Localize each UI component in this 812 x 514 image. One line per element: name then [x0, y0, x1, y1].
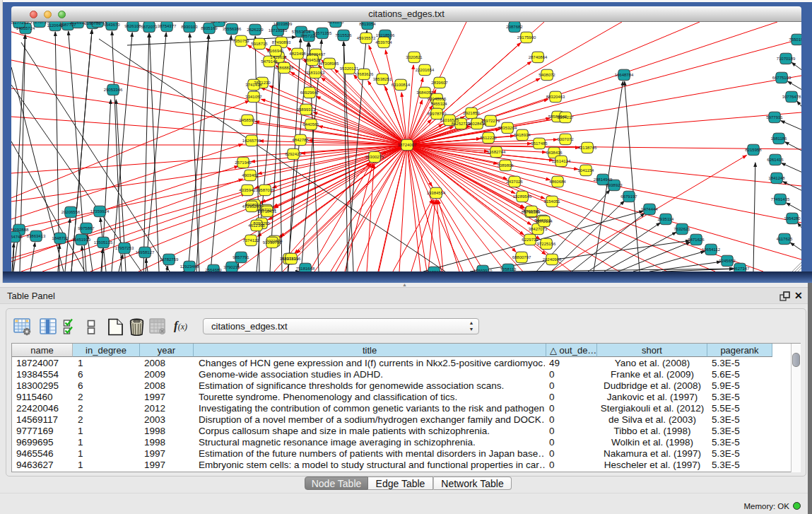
svg-text:16648784: 16648784: [615, 73, 634, 77]
svg-text:72092888: 72092888: [11, 228, 29, 232]
svg-text:38427073: 38427073: [529, 227, 548, 231]
svg-text:9245652: 9245652: [719, 259, 736, 263]
svg-text:77491435: 77491435: [771, 197, 790, 201]
svg-text:3790237: 3790237: [223, 265, 240, 269]
svg-text:16958127: 16958127: [136, 250, 155, 255]
svg-text:24972279: 24972279: [481, 119, 500, 123]
svg-text:4539704: 4539704: [375, 40, 392, 45]
svg-text:1954280: 1954280: [784, 216, 801, 221]
svg-text:14265799: 14265799: [242, 139, 261, 143]
svg-text:3684052: 3684052: [416, 90, 433, 95]
svg-text:19384554: 19384554: [427, 191, 446, 195]
svg-text:6672134: 6672134: [536, 219, 553, 223]
svg-text:4903402: 4903402: [242, 173, 259, 177]
svg-text:17270733: 17270733: [30, 22, 49, 24]
svg-text:8935169: 8935169: [201, 26, 218, 30]
svg-text:2921859: 2921859: [463, 111, 480, 115]
svg-text:45935572: 45935572: [357, 36, 376, 40]
svg-text:38538251: 38538251: [373, 77, 392, 81]
svg-text:8930103: 8930103: [181, 25, 198, 29]
svg-text:10719185: 10719185: [269, 28, 288, 33]
svg-text:5041154: 5041154: [578, 168, 595, 173]
svg-text:66775103: 66775103: [772, 76, 792, 80]
svg-text:28814949: 28814949: [594, 177, 613, 182]
svg-text:8813054: 8813054: [359, 22, 376, 26]
svg-text:6292423: 6292423: [285, 152, 302, 156]
svg-text:3320821: 3320821: [406, 55, 423, 59]
svg-text:25300273: 25300273: [365, 155, 384, 159]
svg-text:7350753: 7350753: [233, 39, 249, 43]
svg-text:2437026: 2437026: [506, 180, 523, 184]
svg-text:2087682: 2087682: [506, 25, 523, 29]
svg-text:1848731: 1848731: [52, 236, 69, 240]
svg-text:68800797: 68800797: [512, 255, 531, 259]
svg-text:9857791: 9857791: [233, 255, 249, 259]
svg-text:18724007: 18724007: [398, 143, 417, 147]
svg-text:35556386: 35556386: [223, 27, 242, 31]
svg-text:17869910: 17869910: [473, 269, 493, 271]
svg-text:9517485: 9517485: [531, 141, 548, 146]
svg-text:13505135: 13505135: [94, 240, 113, 245]
svg-text:63100814: 63100814: [392, 83, 411, 87]
svg-text:10654112: 10654112: [702, 247, 721, 252]
svg-text:9975867: 9975867: [78, 226, 95, 230]
svg-text:2694522: 2694522: [304, 58, 321, 62]
svg-text:9626108: 9626108: [124, 24, 141, 28]
svg-text:34627347: 34627347: [731, 267, 750, 271]
svg-text:4191175: 4191175: [328, 22, 345, 24]
svg-text:2935114: 2935114: [658, 217, 675, 221]
svg-text:16782759: 16782759: [160, 257, 179, 262]
svg-text:89978790: 89978790: [428, 112, 447, 116]
svg-text:95320121: 95320121: [340, 66, 359, 71]
svg-text:20709497: 20709497: [307, 52, 326, 57]
svg-text:8938923: 8938923: [606, 183, 623, 187]
svg-text:17957253: 17957253: [115, 246, 134, 250]
svg-text:7632621: 7632621: [673, 227, 690, 231]
svg-text:22201654: 22201654: [416, 68, 435, 72]
svg-text:29175900: 29175900: [517, 35, 536, 40]
svg-text:7515526: 7515526: [335, 33, 352, 37]
svg-text:2564689: 2564689: [205, 268, 222, 271]
svg-text:39587039: 39587039: [256, 188, 275, 192]
svg-text:83863413: 83863413: [27, 234, 46, 238]
svg-text:2264748: 2264748: [11, 235, 23, 239]
svg-text:87490893: 87490893: [272, 40, 291, 45]
svg-text:2458591: 2458591: [239, 118, 256, 122]
svg-text:12614124: 12614124: [552, 159, 571, 163]
svg-text:8612220: 8612220: [480, 136, 497, 140]
svg-text:2166941: 2166941: [267, 49, 284, 53]
svg-text:31831063: 31831063: [306, 71, 325, 75]
svg-text:14055724: 14055724: [16, 26, 35, 30]
svg-text:11451919: 11451919: [72, 238, 91, 242]
svg-text:12923468: 12923468: [180, 264, 199, 269]
svg-text:7374122: 7374122: [242, 238, 259, 243]
svg-text:5408072: 5408072: [539, 73, 555, 77]
svg-text:2626229: 2626229: [247, 28, 264, 32]
svg-text:20206556: 20206556: [61, 210, 81, 214]
svg-text:5977931: 5977931: [766, 115, 783, 119]
svg-text:47308985: 47308985: [320, 62, 339, 66]
svg-text:90048665: 90048665: [428, 97, 447, 101]
svg-text:65177213: 65177213: [11, 22, 29, 25]
svg-text:5171761: 5171761: [211, 22, 228, 23]
svg-text:30776478: 30776478: [782, 95, 801, 99]
svg-text:97225156: 97225156: [537, 242, 556, 246]
svg-text:23718431: 23718431: [258, 209, 277, 214]
svg-text:7089806: 7089806: [497, 163, 514, 168]
svg-text:19218506: 19218506: [376, 33, 395, 37]
svg-text:5672073: 5672073: [141, 25, 158, 29]
svg-text:8215958: 8215958: [745, 148, 762, 152]
svg-text:7550190: 7550190: [789, 37, 801, 42]
svg-text:81971316: 81971316: [282, 257, 301, 261]
svg-text:42138745: 42138745: [578, 146, 597, 150]
svg-text:5418934: 5418934: [514, 133, 531, 137]
svg-text:6007072: 6007072: [557, 137, 574, 141]
svg-text:88320463: 88320463: [546, 95, 565, 99]
svg-text:42868828: 42868828: [275, 66, 294, 70]
svg-text:4823498: 4823498: [289, 52, 306, 56]
svg-text:91030736: 91030736: [263, 240, 282, 245]
svg-text:4860684: 4860684: [549, 180, 566, 184]
svg-text:4842788: 4842788: [292, 138, 309, 142]
svg-text:75181648: 75181648: [296, 267, 315, 271]
svg-text:71070189: 71070189: [777, 57, 796, 61]
